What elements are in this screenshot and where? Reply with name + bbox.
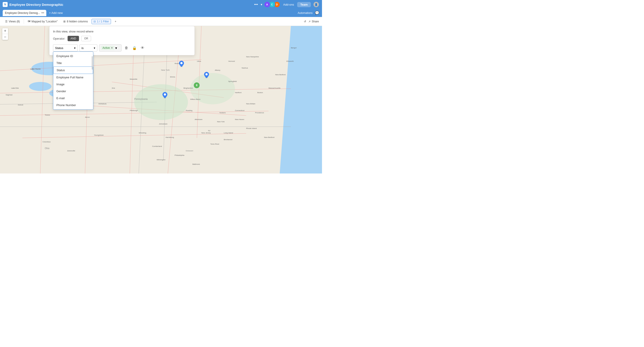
- app-logo: N: [3, 2, 8, 7]
- mapped-by-button[interactable]: 🗺 Mapped by "Location": [26, 19, 60, 24]
- filter-value-tag: Active ✕: [101, 46, 114, 50]
- svg-text:Columbus: Columbus: [42, 141, 50, 143]
- active-tab[interactable]: Employee Directory Demog... •••: [3, 10, 46, 16]
- dropdown-item-phone[interactable]: Phone Number: [53, 102, 93, 109]
- undo-button[interactable]: ↺: [304, 20, 306, 23]
- dropdown-item-title[interactable]: Title: [53, 60, 93, 67]
- app-chevron-icon[interactable]: ▾: [261, 3, 262, 6]
- condition-chevron-icon: ▾: [94, 46, 95, 50]
- svg-text:Ohio: Ohio: [45, 147, 50, 150]
- user-avatar[interactable]: 👤: [313, 1, 319, 8]
- avatar-group: A C D: [264, 1, 280, 8]
- map-pin-1[interactable]: [179, 61, 184, 68]
- svg-text:New York: New York: [161, 69, 170, 71]
- svg-point-85: [164, 93, 166, 96]
- map-cluster[interactable]: 8: [194, 82, 200, 88]
- svg-text:Johnstown: Johnstown: [159, 123, 168, 125]
- delete-filter-button[interactable]: 🗑: [123, 45, 130, 51]
- filter-row: Status ▾ Employee ID Title Status Employ…: [53, 44, 191, 52]
- team-button[interactable]: Team: [297, 2, 311, 7]
- operator-or-button[interactable]: OR: [81, 36, 91, 41]
- value-chevron-icon[interactable]: ▾: [115, 46, 117, 50]
- filter-icon: ⊟: [94, 20, 96, 23]
- map-pin-3[interactable]: [162, 92, 168, 99]
- zoom-in-button[interactable]: +: [2, 28, 8, 34]
- tab-dots[interactable]: •••: [42, 12, 44, 15]
- svg-text:New Hampshire: New Hampshire: [246, 56, 259, 58]
- svg-text:Pennsylvania: Pennsylvania: [134, 98, 148, 100]
- dropdown-item-full-name[interactable]: Employee Full Name: [53, 74, 93, 81]
- views-button[interactable]: ☰ Views (8): [3, 19, 22, 24]
- svg-text:Rhode Island: Rhode Island: [246, 127, 257, 129]
- share-label: Share: [312, 20, 319, 23]
- svg-text:Ithaca: Ithaca: [174, 63, 180, 65]
- add-tab-button[interactable]: + Add new: [48, 11, 64, 15]
- svg-text:New Bedford: New Bedford: [275, 74, 286, 76]
- svg-text:Saginaw: Saginaw: [6, 94, 12, 96]
- add-toolbar-button[interactable]: +: [113, 19, 118, 24]
- hidden-label: 8 hidden columns: [67, 20, 88, 23]
- svg-text:New Jersey: New Jersey: [202, 132, 211, 134]
- filter-operator-row: Operator: AND OR: [53, 36, 191, 41]
- cluster-count[interactable]: 8: [194, 82, 200, 88]
- svg-text:Vermont: Vermont: [228, 60, 235, 62]
- map-container: Lake Huron Lake Erie Saginaw Detroit Tol…: [0, 26, 322, 174]
- share-button[interactable]: ↗ Share: [308, 20, 319, 23]
- svg-text:NJ: NJ: [208, 130, 210, 132]
- field-value: Status: [55, 46, 63, 50]
- tab-bar: Employee Directory Demog... ••• + Add ne…: [0, 9, 322, 17]
- filter-value-container[interactable]: Active ✕ ▾: [99, 44, 122, 52]
- filter-button[interactable]: ⊟ 1 / 1 Filter: [92, 19, 111, 24]
- svg-point-81: [180, 62, 182, 64]
- operator-and-button[interactable]: AND: [68, 36, 79, 41]
- svg-text:Lake Erie: Lake Erie: [11, 87, 19, 89]
- dropdown-item-employee-id[interactable]: Employee ID: [53, 53, 93, 60]
- hidden-columns-button[interactable]: ⊞ 8 hidden columns: [61, 19, 90, 24]
- chat-icon[interactable]: 💬: [315, 11, 319, 15]
- svg-text:New York: New York: [217, 121, 225, 123]
- dropdown-item-status[interactable]: Status: [53, 67, 93, 74]
- avatar-purple: A: [264, 1, 270, 8]
- views-icon: ☰: [5, 20, 8, 23]
- map-icon: 🗺: [28, 20, 30, 23]
- svg-text:Wheeling: Wheeling: [139, 132, 146, 134]
- map-pin-2[interactable]: [204, 72, 209, 79]
- svg-text:Utica: Utica: [197, 60, 201, 62]
- show-filter-button[interactable]: 👁: [140, 45, 146, 51]
- svg-text:Elmira: Elmira: [170, 76, 175, 78]
- svg-text:Youngstown: Youngstown: [94, 134, 104, 136]
- tab-bar-right: Automations 💬: [298, 11, 319, 15]
- field-selector[interactable]: Status ▾: [53, 44, 78, 52]
- views-label: Views (8): [9, 20, 20, 23]
- svg-text:Ellsworth: Ellsworth: [286, 60, 294, 62]
- svg-text:Wilkes-Barre: Wilkes-Barre: [190, 98, 200, 100]
- svg-text:Detroit: Detroit: [18, 104, 23, 106]
- svg-text:Toledo: Toledo: [45, 114, 50, 116]
- svg-point-4: [29, 82, 52, 91]
- svg-text:Reading: Reading: [186, 110, 192, 112]
- automations-link[interactable]: Automations: [298, 12, 312, 15]
- remove-filter-value-icon[interactable]: ✕: [111, 46, 113, 50]
- condition-selector[interactable]: is ▾: [80, 44, 97, 52]
- dropdown-item-email[interactable]: E-mail: [53, 95, 93, 102]
- svg-text:Springfield: Springfield: [228, 80, 237, 82]
- svg-text:Bangor: Bangor: [291, 47, 297, 49]
- dropdown-item-image[interactable]: Image: [53, 81, 93, 88]
- svg-text:Cumberland: Cumberland: [152, 145, 162, 147]
- svg-text:Binghamton: Binghamton: [184, 87, 193, 89]
- svg-text:New Haven: New Haven: [235, 118, 244, 120]
- dropdown-scrollbar: [92, 56, 93, 70]
- dropdown-item-gender[interactable]: Gender: [53, 88, 93, 95]
- app-menu-dots[interactable]: •••: [254, 3, 258, 7]
- map-zoom-controls: + −: [2, 28, 8, 40]
- condition-value: is: [82, 46, 84, 50]
- addons-button[interactable]: Add-ons: [282, 3, 295, 6]
- svg-text:Delaware: Delaware: [186, 150, 193, 152]
- svg-text:Massachusetts: Massachusetts: [268, 87, 280, 89]
- svg-text:Baltimore: Baltimore: [192, 163, 200, 165]
- lock-filter-button[interactable]: 🔒: [131, 45, 138, 51]
- svg-text:New Bedford: New Bedford: [264, 136, 274, 138]
- operator-label: Operator:: [53, 37, 65, 40]
- zoom-out-button[interactable]: −: [2, 34, 8, 40]
- svg-text:Meadville: Meadville: [130, 78, 138, 80]
